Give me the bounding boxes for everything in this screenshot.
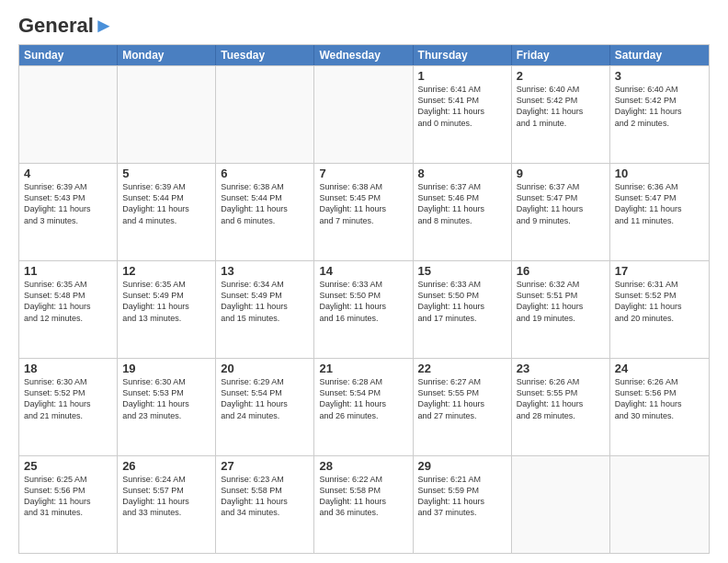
cell-day-number: 7 [319, 167, 407, 180]
header-wednesday: Wednesday [314, 45, 413, 65]
calendar-cell: 28Sunrise: 6:22 AM Sunset: 5:58 PM Dayli… [314, 456, 413, 553]
cell-info: Sunrise: 6:22 AM Sunset: 5:58 PM Dayligh… [319, 474, 407, 519]
calendar-header: SundayMondayTuesdayWednesdayThursdayFrid… [19, 45, 709, 65]
calendar-cell: 14Sunrise: 6:33 AM Sunset: 5:50 PM Dayli… [314, 261, 413, 358]
calendar-cell: 16Sunrise: 6:32 AM Sunset: 5:51 PM Dayli… [512, 261, 610, 358]
calendar-cell: 15Sunrise: 6:33 AM Sunset: 5:50 PM Dayli… [414, 261, 512, 358]
calendar-cell: 20Sunrise: 6:29 AM Sunset: 5:54 PM Dayli… [216, 359, 314, 455]
calendar-cell: 22Sunrise: 6:27 AM Sunset: 5:55 PM Dayli… [414, 359, 512, 455]
calendar-cell: 17Sunrise: 6:31 AM Sunset: 5:52 PM Dayli… [610, 261, 709, 358]
cell-day-number: 21 [319, 362, 407, 375]
calendar-cell: 2Sunrise: 6:40 AM Sunset: 5:42 PM Daylig… [512, 66, 610, 163]
cell-day-number: 29 [418, 459, 506, 473]
calendar-cell [19, 66, 118, 163]
calendar-cell: 9Sunrise: 6:37 AM Sunset: 5:47 PM Daylig… [512, 164, 610, 260]
cell-day-number: 20 [221, 362, 309, 375]
cell-info: Sunrise: 6:29 AM Sunset: 5:54 PM Dayligh… [221, 376, 309, 421]
logo: General► [18, 15, 114, 37]
calendar-row-2: 11Sunrise: 6:35 AM Sunset: 5:48 PM Dayli… [19, 260, 709, 358]
calendar-cell: 26Sunrise: 6:24 AM Sunset: 5:57 PM Dayli… [118, 456, 216, 553]
calendar-cell: 13Sunrise: 6:34 AM Sunset: 5:49 PM Dayli… [216, 261, 314, 358]
cell-info: Sunrise: 6:33 AM Sunset: 5:50 PM Dayligh… [319, 279, 407, 324]
cell-info: Sunrise: 6:39 AM Sunset: 5:44 PM Dayligh… [122, 181, 210, 226]
cell-day-number: 24 [615, 362, 704, 375]
cell-info: Sunrise: 6:36 AM Sunset: 5:47 PM Dayligh… [615, 181, 704, 226]
cell-day-number: 3 [615, 69, 704, 83]
cell-day-number: 25 [24, 459, 112, 473]
calendar-cell [314, 66, 413, 163]
calendar-row-3: 18Sunrise: 6:30 AM Sunset: 5:52 PM Dayli… [19, 358, 709, 455]
calendar-body: 1Sunrise: 6:41 AM Sunset: 5:41 PM Daylig… [19, 65, 709, 553]
calendar-cell: 29Sunrise: 6:21 AM Sunset: 5:59 PM Dayli… [414, 456, 512, 553]
cell-day-number: 8 [418, 167, 506, 180]
calendar-cell: 6Sunrise: 6:38 AM Sunset: 5:44 PM Daylig… [216, 164, 314, 260]
calendar-cell: 8Sunrise: 6:37 AM Sunset: 5:46 PM Daylig… [414, 164, 512, 260]
cell-day-number: 10 [615, 167, 704, 180]
cell-info: Sunrise: 6:30 AM Sunset: 5:53 PM Dayligh… [122, 376, 210, 421]
cell-info: Sunrise: 6:39 AM Sunset: 5:43 PM Dayligh… [24, 181, 112, 226]
calendar-cell [512, 456, 610, 553]
cell-info: Sunrise: 6:25 AM Sunset: 5:56 PM Dayligh… [24, 474, 112, 519]
header: General► [18, 15, 710, 37]
cell-info: Sunrise: 6:26 AM Sunset: 5:56 PM Dayligh… [615, 376, 704, 421]
calendar-row-1: 4Sunrise: 6:39 AM Sunset: 5:43 PM Daylig… [19, 163, 709, 260]
cell-day-number: 23 [517, 362, 605, 375]
cell-day-number: 18 [24, 362, 112, 375]
cell-info: Sunrise: 6:27 AM Sunset: 5:55 PM Dayligh… [418, 376, 506, 421]
calendar-cell [216, 66, 314, 163]
cell-info: Sunrise: 6:30 AM Sunset: 5:52 PM Dayligh… [24, 376, 112, 421]
cell-info: Sunrise: 6:35 AM Sunset: 5:49 PM Dayligh… [122, 279, 210, 324]
calendar-cell: 11Sunrise: 6:35 AM Sunset: 5:48 PM Dayli… [19, 261, 118, 358]
calendar-cell: 5Sunrise: 6:39 AM Sunset: 5:44 PM Daylig… [118, 164, 216, 260]
cell-info: Sunrise: 6:28 AM Sunset: 5:54 PM Dayligh… [319, 376, 407, 421]
cell-day-number: 11 [24, 264, 112, 278]
calendar-row-0: 1Sunrise: 6:41 AM Sunset: 5:41 PM Daylig… [19, 65, 709, 163]
calendar-cell: 21Sunrise: 6:28 AM Sunset: 5:54 PM Dayli… [314, 359, 413, 455]
cell-info: Sunrise: 6:23 AM Sunset: 5:58 PM Dayligh… [221, 474, 309, 519]
cell-info: Sunrise: 6:33 AM Sunset: 5:50 PM Dayligh… [418, 279, 506, 324]
calendar-cell: 24Sunrise: 6:26 AM Sunset: 5:56 PM Dayli… [610, 359, 709, 455]
header-thursday: Thursday [414, 45, 512, 65]
cell-day-number: 13 [221, 264, 309, 278]
cell-info: Sunrise: 6:34 AM Sunset: 5:49 PM Dayligh… [221, 279, 309, 324]
calendar-cell: 18Sunrise: 6:30 AM Sunset: 5:52 PM Dayli… [19, 359, 118, 455]
cell-day-number: 22 [418, 362, 506, 375]
calendar-cell: 10Sunrise: 6:36 AM Sunset: 5:47 PM Dayli… [610, 164, 709, 260]
cell-day-number: 5 [122, 167, 210, 180]
calendar-cell [610, 456, 709, 553]
cell-info: Sunrise: 6:26 AM Sunset: 5:55 PM Dayligh… [517, 376, 605, 421]
cell-info: Sunrise: 6:38 AM Sunset: 5:45 PM Dayligh… [319, 181, 407, 226]
cell-day-number: 4 [24, 167, 112, 180]
cell-info: Sunrise: 6:24 AM Sunset: 5:57 PM Dayligh… [122, 474, 210, 519]
calendar-cell: 19Sunrise: 6:30 AM Sunset: 5:53 PM Dayli… [118, 359, 216, 455]
header-friday: Friday [512, 45, 610, 65]
cell-info: Sunrise: 6:37 AM Sunset: 5:46 PM Dayligh… [418, 181, 506, 226]
cell-day-number: 9 [517, 167, 605, 180]
cell-info: Sunrise: 6:38 AM Sunset: 5:44 PM Dayligh… [221, 181, 309, 226]
cell-day-number: 2 [517, 69, 605, 83]
calendar-cell: 4Sunrise: 6:39 AM Sunset: 5:43 PM Daylig… [19, 164, 118, 260]
header-monday: Monday [118, 45, 216, 65]
calendar: SundayMondayTuesdayWednesdayThursdayFrid… [18, 44, 710, 554]
cell-day-number: 15 [418, 264, 506, 278]
cell-day-number: 26 [122, 459, 210, 473]
cell-info: Sunrise: 6:32 AM Sunset: 5:51 PM Dayligh… [517, 279, 605, 324]
calendar-cell: 12Sunrise: 6:35 AM Sunset: 5:49 PM Dayli… [118, 261, 216, 358]
cell-day-number: 12 [122, 264, 210, 278]
cell-info: Sunrise: 6:41 AM Sunset: 5:41 PM Dayligh… [418, 84, 506, 129]
cell-day-number: 28 [319, 459, 407, 473]
calendar-cell: 27Sunrise: 6:23 AM Sunset: 5:58 PM Dayli… [216, 456, 314, 553]
cell-info: Sunrise: 6:35 AM Sunset: 5:48 PM Dayligh… [24, 279, 112, 324]
cell-info: Sunrise: 6:40 AM Sunset: 5:42 PM Dayligh… [517, 84, 605, 129]
cell-day-number: 14 [319, 264, 407, 278]
calendar-cell [118, 66, 216, 163]
calendar-cell: 3Sunrise: 6:40 AM Sunset: 5:42 PM Daylig… [610, 66, 709, 163]
calendar-row-4: 25Sunrise: 6:25 AM Sunset: 5:56 PM Dayli… [19, 455, 709, 553]
calendar-cell: 1Sunrise: 6:41 AM Sunset: 5:41 PM Daylig… [414, 66, 512, 163]
cell-info: Sunrise: 6:31 AM Sunset: 5:52 PM Dayligh… [615, 279, 704, 324]
header-tuesday: Tuesday [216, 45, 314, 65]
cell-info: Sunrise: 6:37 AM Sunset: 5:47 PM Dayligh… [517, 181, 605, 226]
calendar-cell: 23Sunrise: 6:26 AM Sunset: 5:55 PM Dayli… [512, 359, 610, 455]
cell-info: Sunrise: 6:21 AM Sunset: 5:59 PM Dayligh… [418, 474, 506, 519]
header-saturday: Saturday [610, 45, 709, 65]
